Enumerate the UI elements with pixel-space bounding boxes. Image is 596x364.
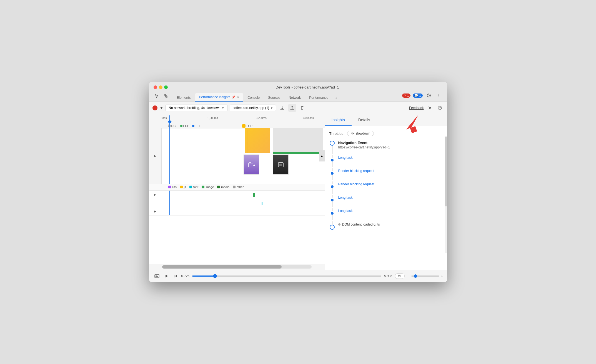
url-dropdown[interactable]: coffee-cart.netlify.app (1) ▼ bbox=[230, 105, 276, 111]
green-bar bbox=[273, 152, 324, 154]
tl-line-dom-top bbox=[332, 221, 332, 225]
fcp-milestone: FCP bbox=[180, 124, 189, 128]
tab-performance[interactable]: Performance bbox=[305, 94, 332, 102]
waterfall-expand-icon-2[interactable]: ▶ bbox=[154, 210, 156, 213]
scrollbar-thumb[interactable] bbox=[162, 265, 282, 269]
zoom-thumb[interactable] bbox=[414, 274, 417, 278]
traffic-lights bbox=[154, 85, 168, 89]
more-options-icon[interactable]: ⋮ bbox=[435, 92, 443, 99]
waterfall-dashed-3 bbox=[253, 207, 253, 215]
screenshot-1 bbox=[244, 155, 259, 175]
tab-sources[interactable]: Sources bbox=[264, 94, 284, 102]
render-blocking-link-2[interactable]: Render blocking request bbox=[338, 182, 374, 186]
timestamp-2: 3,200ms bbox=[256, 117, 267, 120]
horizontal-scrollbar[interactable] bbox=[162, 265, 312, 269]
maximize-button[interactable] bbox=[164, 85, 168, 89]
tl-line-nav bbox=[332, 146, 332, 154]
error-badge[interactable]: ✕1 bbox=[402, 93, 410, 98]
right-panel-content: Throttled: 4× slowdown Navigatio bbox=[325, 126, 447, 270]
timeline-header: 0ms 1,600ms 3,200ms 4,800ms DCL bbox=[149, 114, 325, 128]
tl-circle-lt2 bbox=[331, 199, 334, 201]
export-button[interactable] bbox=[278, 104, 286, 112]
long-task-link-2[interactable]: Long task bbox=[338, 196, 353, 199]
record-button[interactable] bbox=[152, 105, 157, 110]
waterfall-expand-col: ▶ bbox=[149, 193, 162, 196]
tab-network[interactable]: Network bbox=[285, 94, 305, 102]
svg-marker-14 bbox=[166, 275, 168, 277]
feedback-link[interactable]: Feedback bbox=[409, 106, 424, 110]
timeline-viz[interactable]: ▶ bbox=[162, 128, 325, 184]
milestone-row: DCL FCP TTI bbox=[168, 124, 200, 128]
other-color-dot bbox=[233, 186, 236, 188]
legend-js: js bbox=[180, 185, 186, 189]
waterfall-area: ▶ bbox=[149, 191, 325, 264]
image-color-dot bbox=[202, 186, 204, 188]
tl-line-lt2-top bbox=[332, 195, 332, 198]
import-button[interactable] bbox=[288, 104, 296, 112]
zoom-slider: − + bbox=[407, 274, 443, 278]
tl-circle-rbr2 bbox=[331, 185, 334, 188]
timestamp-1: 1,600ms bbox=[207, 117, 218, 120]
render-blocking-link-1[interactable]: Render blocking request bbox=[338, 169, 374, 173]
tl-connector-dom bbox=[329, 221, 335, 230]
tl-entry-nav-content: Navigation Event https://coffee-cart.net… bbox=[338, 141, 443, 154]
tab-insights[interactable]: Insights bbox=[325, 114, 352, 126]
close-button[interactable] bbox=[154, 85, 157, 89]
slider-track[interactable] bbox=[192, 275, 381, 277]
skip-back-button[interactable] bbox=[172, 273, 179, 279]
waterfall-expand-icon[interactable]: ▶ bbox=[154, 193, 156, 196]
zoom-track[interactable] bbox=[411, 275, 439, 277]
blank-area bbox=[162, 128, 248, 153]
more-tabs-button[interactable]: » bbox=[333, 94, 340, 102]
record-dropdown-arrow[interactable]: ▼ bbox=[160, 106, 164, 110]
playback-slider[interactable] bbox=[192, 275, 381, 277]
svg-text:?: ? bbox=[439, 107, 441, 110]
toolbar-settings-icon[interactable] bbox=[426, 104, 434, 112]
font-color-dot bbox=[189, 186, 192, 188]
tl-entry-lt3-content: Long task bbox=[338, 208, 443, 220]
message-badge[interactable]: 💬1 bbox=[413, 93, 422, 98]
tab-details[interactable]: Details bbox=[352, 114, 377, 126]
dom-dot bbox=[338, 223, 340, 226]
delete-button[interactable] bbox=[298, 104, 306, 112]
bottom-bar: 0.72s 5.93s x1 − + bbox=[149, 270, 447, 282]
tl-connector-rbr1 bbox=[329, 168, 335, 180]
toolbar-help-icon[interactable]: ? bbox=[436, 104, 444, 112]
speed-badge[interactable]: x1 bbox=[395, 273, 405, 279]
right-panel-scrollbar[interactable] bbox=[445, 136, 447, 253]
network-throttle-dropdown[interactable]: No network throttling, 4× slowdown ▼ bbox=[166, 105, 227, 111]
minimize-button[interactable] bbox=[159, 85, 162, 89]
dom-loaded-label: DOM content loaded 0.7s bbox=[342, 223, 380, 226]
waterfall-playhead-1 bbox=[169, 191, 170, 199]
tab-console[interactable]: Console bbox=[244, 94, 264, 102]
svg-rect-15 bbox=[174, 275, 174, 277]
expand-arrow[interactable]: ▶ bbox=[149, 128, 161, 184]
waterfall-row-2 bbox=[149, 199, 325, 207]
right-scrollbar-thumb[interactable] bbox=[445, 136, 447, 206]
horizontal-scrollbar-container[interactable] bbox=[149, 264, 325, 270]
cursor-icon[interactable] bbox=[154, 93, 160, 99]
waterfall-content-2 bbox=[162, 199, 325, 207]
expand-right-btn[interactable]: ▶ bbox=[319, 150, 325, 161]
timeline-ruler[interactable]: 0ms 1,600ms 3,200ms 4,800ms DCL bbox=[162, 115, 325, 127]
captions-icon[interactable] bbox=[153, 272, 161, 280]
long-task-link-3[interactable]: Long task bbox=[338, 209, 353, 213]
timeline-entry-dom-loaded: DOM content loaded 0.7s bbox=[329, 221, 443, 230]
timeline-entry-rbr-2: Render blocking request bbox=[329, 181, 443, 194]
zoom-in-icon[interactable]: + bbox=[441, 274, 443, 278]
tab-performance-insights[interactable]: Performance insights 📌 ✕ bbox=[195, 93, 243, 102]
tl-circle-dom bbox=[330, 225, 335, 230]
tab-close-icon[interactable]: ✕ bbox=[237, 96, 239, 99]
long-task-link-1[interactable]: Long task bbox=[338, 156, 353, 160]
waterfall-playhead-3 bbox=[169, 207, 170, 215]
layers-icon[interactable] bbox=[162, 93, 169, 99]
zoom-out-icon[interactable]: − bbox=[407, 274, 410, 278]
settings-icon[interactable] bbox=[425, 92, 433, 99]
play-button[interactable] bbox=[164, 273, 170, 279]
tab-elements[interactable]: Elements bbox=[173, 94, 195, 102]
throttle-row: Throttled: 4× slowdown bbox=[329, 131, 443, 136]
timeline-entry-long-task-1: Long task bbox=[329, 155, 443, 167]
slider-thumb[interactable] bbox=[213, 274, 217, 278]
legend-row: css js font image bbox=[149, 184, 325, 191]
waterfall-expand-col-2: ▶ bbox=[149, 210, 162, 213]
